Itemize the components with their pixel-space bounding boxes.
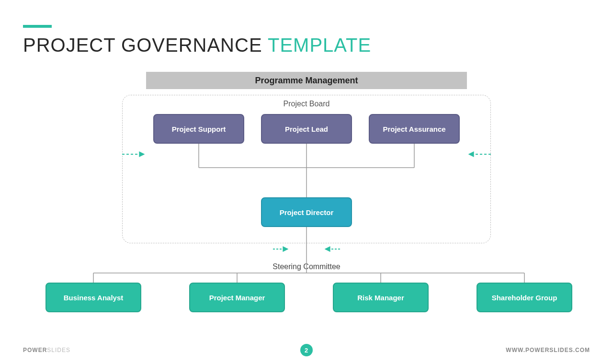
footer-url: WWW.POWERSLIDES.COM — [506, 347, 590, 353]
footer: POWERSLIDES 2 WWW.POWERSLIDES.COM — [23, 347, 590, 353]
connector-lines — [0, 72, 613, 340]
footer-page: 2 — [300, 344, 313, 356]
brand-bold: POWER — [23, 347, 47, 353]
title-accent: TEMPLATE — [268, 34, 371, 56]
page-title: PROJECT GOVERNANCE TEMPLATE — [23, 34, 371, 56]
governance-diagram: Programme Management Project Board Proje… — [0, 72, 613, 340]
title-accent-bar — [23, 25, 52, 28]
title-main: PROJECT GOVERNANCE — [23, 34, 268, 56]
footer-brand: POWERSLIDES — [23, 347, 70, 353]
page-number-badge: 2 — [300, 344, 313, 356]
brand-light: SLIDES — [47, 347, 70, 353]
